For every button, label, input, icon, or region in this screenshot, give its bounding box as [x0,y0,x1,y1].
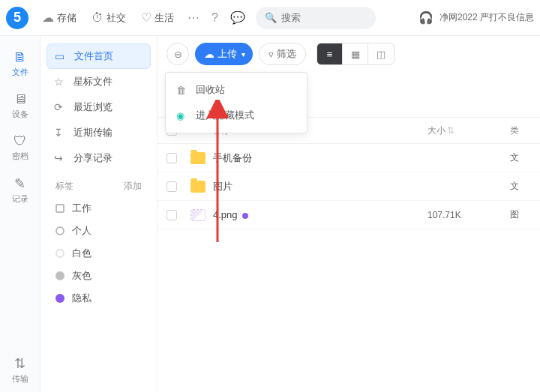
top-tab-social[interactable]: ⏱社交 [84,0,134,36]
view-switch: ≡ ▦ ◫ [316,43,394,65]
sidebar-label: 最近浏览 [74,100,112,114]
app-logo: 5 [6,7,28,29]
top-tab-label: 社交 [106,11,126,25]
rail-records[interactable]: ✎记录 [0,169,40,212]
main-area: ⊖ ☁ 上传 ▾ ▿ 筛选 ≡ ▦ ◫ 🗑回收站 ◉进入隐藏模式 [158,36,540,392]
grid-icon: ▦ [351,49,360,60]
row-checkbox[interactable] [166,153,177,163]
tag-color-icon [56,226,64,235]
file-type: 文 [510,180,531,193]
rail-transfer[interactable]: ⇅传输 [0,349,40,392]
notice-text: 净网2022 严打不良信息 [440,11,534,24]
file-name: 4.png [213,209,428,220]
more-menu-button[interactable]: ⊖ [166,43,189,65]
rail-label: 设备 [12,109,28,118]
dropdown-label: 进入隐藏模式 [196,109,254,122]
search-input[interactable] [281,12,367,23]
rail-label: 记录 [12,194,28,203]
top-tab-life[interactable]: ♡生活 [134,0,182,36]
view-list-button[interactable]: ≡ [317,43,343,64]
cloud-upload-icon: ☁ [204,48,214,60]
rail-devices[interactable]: 🖥设备 [0,85,40,127]
sidebar: ▭文件首页 ☆星标文件 ⟳最近浏览 ↧近期传输 ↪分享记录 标签 添加 工作 个… [40,36,158,392]
tag-personal[interactable]: 个人 [46,220,151,242]
file-type: 文 [510,151,531,164]
eye-icon: ◉ [176,110,190,121]
download-icon: ↧ [54,127,68,139]
cloud-icon: ☁ [42,10,54,25]
row-checkbox[interactable] [166,181,177,192]
tag-color-icon [56,294,64,303]
clock-icon: ⏱ [92,11,104,25]
file-name: 手机备份 [213,151,428,165]
more-icon[interactable]: ⋯ [182,10,206,25]
notice-bar: 🎧 净网2022 严打不良信息 [418,10,534,25]
tags-header: 标签 添加 [46,171,151,197]
tag-gray[interactable]: 灰色 [46,265,151,287]
folder-icon [190,152,206,164]
view-grid-button[interactable]: ▦ [343,43,368,64]
pencil-icon: ✎ [0,175,40,192]
chat-icon[interactable]: 💬 [224,10,251,25]
help-icon[interactable]: ? [206,11,224,25]
rail-files[interactable]: 🗎文件 [0,43,40,85]
row-checkbox[interactable] [166,210,177,220]
tag-label: 灰色 [72,269,92,283]
tag-label: 个人 [72,224,92,238]
sidebar-item-starred[interactable]: ☆星标文件 [46,69,151,94]
folder-icon [190,181,206,193]
rail-label: 文件 [12,67,28,76]
table-row[interactable]: 手机备份 文 [158,144,540,172]
columns-icon: ◫ [376,49,386,60]
file-type: 图 [510,208,531,221]
heart-icon: ♡ [141,10,152,25]
tag-label: 白色 [72,247,92,260]
sidebar-label: 文件首页 [74,49,113,63]
filter-label: 筛选 [277,47,296,61]
view-column-button[interactable]: ◫ [368,43,394,64]
top-tab-label: 生活 [154,11,174,25]
history-icon: ⟳ [54,101,68,113]
sidebar-label: 星标文件 [74,75,112,88]
upload-button[interactable]: ☁ 上传 ▾ [195,43,253,65]
sidebar-item-transfer[interactable]: ↧近期传输 [46,120,151,145]
sort-icon: ⇅ [447,125,454,136]
rail-label: 传输 [12,374,28,383]
tag-white[interactable]: 白色 [46,242,151,265]
add-tag-button[interactable]: 添加 [124,180,142,193]
search-box[interactable]: 🔍 [256,7,376,29]
tag-label: 工作 [72,202,92,215]
headset-icon: 🎧 [418,10,434,25]
file-name: 图片 [213,180,428,193]
tag-label: 隐私 [72,292,92,305]
shield-icon: 🛡 [0,133,40,149]
tag-work[interactable]: 工作 [46,197,151,220]
dropdown-recycle-bin[interactable]: 🗑回收站 [166,77,307,103]
file-icon: 🗎 [0,49,40,65]
sidebar-item-share[interactable]: ↪分享记录 [46,145,151,171]
dropdown-hidden-mode[interactable]: ◉进入隐藏模式 [166,103,307,128]
toolbar: ⊖ ☁ 上传 ▾ ▿ 筛选 ≡ ▦ ◫ [158,36,540,72]
table-row[interactable]: 图片 文 [158,172,540,201]
column-type[interactable]: 类 [510,124,531,137]
sidebar-item-recent[interactable]: ⟳最近浏览 [46,94,151,120]
ellipsis-icon: ⊖ [174,49,182,60]
file-size: 107.71K [428,210,510,220]
table-row[interactable]: 4.png 107.71K 图 [158,201,540,229]
rail-secret[interactable]: 🛡密档 [0,127,40,169]
top-tab-storage[interactable]: ☁存储 [34,0,84,36]
share-icon: ↪ [54,152,68,164]
star-icon: ☆ [54,76,68,88]
rail-label: 密档 [12,151,28,160]
filter-button[interactable]: ▿ 筛选 [259,43,306,65]
left-rail: 🗎文件 🖥设备 🛡密档 ✎记录 ⇅传输 [0,36,40,392]
tag-color-icon [56,271,64,280]
image-file-icon [190,209,206,221]
tag-dot-icon [242,213,248,219]
more-dropdown: 🗑回收站 ◉进入隐藏模式 [165,72,308,133]
sidebar-item-home[interactable]: ▭文件首页 [46,43,151,69]
tag-private[interactable]: 隐私 [46,287,151,310]
top-tab-label: 存储 [57,11,76,25]
home-icon: ▭ [55,50,68,62]
column-size[interactable]: 大小⇅ [428,124,510,137]
